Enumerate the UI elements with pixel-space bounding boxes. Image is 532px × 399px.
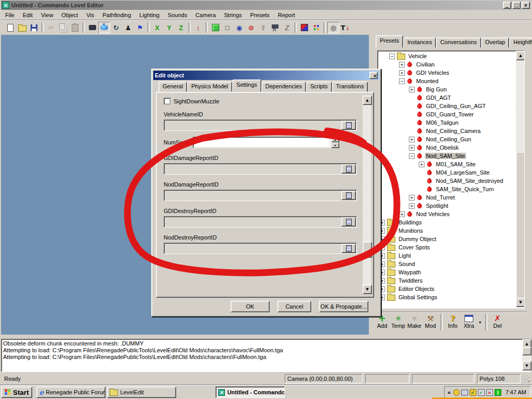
expand-toggle-icon[interactable]: + bbox=[409, 145, 415, 151]
dialog-scrollbar[interactable]: ▲ ▼ bbox=[363, 96, 371, 294]
browse-strings-button[interactable] bbox=[341, 191, 356, 200]
object-mode-button[interactable] bbox=[98, 22, 110, 33]
panel-tab-instances[interactable]: Instances bbox=[403, 37, 436, 48]
tree-item-label[interactable]: Nod_Ceiling_Camera bbox=[425, 128, 482, 134]
task-renegade-public-forums[interactable]: eRenegade Public Forums... bbox=[36, 387, 105, 398]
dialog-tab-general[interactable]: General bbox=[158, 82, 187, 92]
tree-item[interactable]: +Munitions bbox=[378, 227, 515, 235]
axis-z-button[interactable]: Z bbox=[175, 22, 187, 33]
waypoint-flag-button[interactable]: ⚑ bbox=[134, 22, 146, 33]
expand-toggle-icon[interactable]: + bbox=[419, 162, 424, 167]
visibility-preview-button[interactable]: ◎ bbox=[327, 22, 339, 33]
resize-grip[interactable] bbox=[523, 375, 530, 382]
tree-item[interactable]: +Light bbox=[378, 251, 515, 260]
wire-cube-button[interactable]: □ bbox=[221, 22, 233, 33]
menu-vis[interactable]: Vis bbox=[82, 11, 98, 19]
z-clip-button[interactable]: Z bbox=[281, 22, 293, 33]
spin-down-icon[interactable]: ▾ bbox=[331, 142, 339, 148]
expand-toggle-icon[interactable]: + bbox=[409, 195, 415, 201]
task-untitled-commando[interactable]: ×Untitled - Commando ... bbox=[216, 387, 285, 398]
tree-item-label[interactable]: Nod_SAM_Site bbox=[425, 153, 466, 159]
tree-item-label[interactable]: SAM_Site_Quick_Turn bbox=[435, 186, 495, 192]
mod-button[interactable]: ⚒Mod bbox=[422, 314, 438, 329]
cancel-button[interactable]: Cancel bbox=[277, 301, 311, 312]
tree-item[interactable]: M06_Tailgun bbox=[378, 118, 515, 127]
tree-item[interactable]: +M01_SAM_Site bbox=[378, 160, 515, 168]
tree-item[interactable]: +Civilian bbox=[378, 60, 515, 69]
scroll-down-icon[interactable]: ▼ bbox=[516, 298, 525, 307]
hide-eye-button[interactable]: ⊘ bbox=[245, 22, 257, 33]
dialog-close-button[interactable]: × bbox=[369, 72, 378, 79]
tree-item-label[interactable]: Cover Spots bbox=[397, 244, 431, 250]
tray-chevron-icon[interactable]: « bbox=[448, 389, 451, 395]
tree-item[interactable]: Nod_Ceiling_Camera bbox=[378, 127, 515, 135]
tree-item-label[interactable]: GDI Vehicles bbox=[415, 70, 450, 76]
minimize-button[interactable]: _ bbox=[503, 2, 511, 9]
axis-y-button[interactable]: Y bbox=[163, 22, 175, 33]
scroll-down-icon[interactable]: ▼ bbox=[363, 285, 372, 294]
start-button[interactable]: Start bbox=[1, 387, 32, 398]
menu-presets[interactable]: Presets bbox=[246, 11, 274, 19]
tree-item[interactable]: +Cover Spots bbox=[378, 243, 515, 251]
tree-item[interactable]: −Nod_SAM_Site bbox=[378, 152, 515, 160]
expand-toggle-icon[interactable]: − bbox=[409, 153, 415, 159]
expand-toggle-icon[interactable]: − bbox=[389, 54, 395, 59]
xtra-button[interactable]: Xtra bbox=[461, 314, 477, 329]
remote-camera-button[interactable] bbox=[269, 22, 281, 33]
browse-strings-button[interactable] bbox=[341, 121, 356, 130]
numseats-spinner[interactable]: ▴▾ bbox=[331, 137, 339, 148]
tree-item[interactable]: +Sound bbox=[378, 260, 515, 268]
expand-toggle-icon[interactable]: + bbox=[409, 87, 415, 92]
scroll-down-icon[interactable]: ▼ bbox=[522, 361, 531, 370]
tree-item[interactable]: +Buildings bbox=[378, 218, 515, 227]
raise-object-button[interactable]: ⇧ bbox=[257, 22, 269, 33]
tree-item[interactable]: +GDI Vehicles bbox=[378, 69, 515, 77]
tree-item[interactable]: +Twiddlers bbox=[378, 276, 515, 285]
tree-item[interactable]: Nod_SAM_Site_destroyed bbox=[378, 177, 515, 185]
log-scrollbar[interactable]: ▲ ▼ bbox=[522, 339, 530, 370]
update-shield-icon[interactable]: ✔ bbox=[470, 389, 476, 396]
tree-item[interactable]: +Global Settings bbox=[378, 293, 515, 301]
tree-item-label[interactable]: GDI_AGT bbox=[425, 95, 452, 101]
volume-icon[interactable] bbox=[461, 390, 468, 395]
panel-tab-presets[interactable]: Presets bbox=[376, 35, 403, 48]
tree-item-label[interactable]: Global Settings bbox=[397, 294, 438, 300]
vertical-move-button[interactable]: ↕ bbox=[192, 22, 204, 33]
panel-tab-conversations[interactable]: Conversations bbox=[436, 37, 481, 48]
expand-toggle-icon[interactable]: + bbox=[399, 70, 405, 76]
tree-item[interactable]: +Waypath bbox=[378, 268, 515, 276]
tree-item-label[interactable]: Big Gun bbox=[425, 86, 448, 92]
tree-item-label[interactable]: M04_LargeSam_Site bbox=[435, 169, 490, 176]
ok-button[interactable]: OK bbox=[231, 301, 270, 312]
wireless-signal-icon[interactable]: ) bbox=[495, 389, 501, 396]
dialog-tab-transitions[interactable]: Transitions bbox=[332, 82, 368, 92]
network-globe-icon[interactable] bbox=[453, 389, 460, 396]
user-offline-icon[interactable]: × bbox=[486, 389, 493, 396]
solid-cube-button[interactable] bbox=[209, 22, 221, 33]
tree-item[interactable]: +Nod Vehicles bbox=[378, 210, 515, 218]
numseats-input[interactable] bbox=[193, 137, 331, 148]
menu-file[interactable]: File bbox=[1, 11, 19, 19]
tree-item[interactable]: GDI_Ceiling_Gun_AGT bbox=[378, 102, 515, 110]
panel-tab-overlap[interactable]: Overlap bbox=[481, 37, 510, 48]
menu-view[interactable]: View bbox=[37, 11, 58, 19]
log-splitter[interactable] bbox=[0, 335, 532, 339]
tree-item-label[interactable]: Munitions bbox=[397, 228, 424, 234]
tree-item-label[interactable]: Vehicle bbox=[407, 53, 428, 59]
dialog-tab-settings[interactable]: Settings bbox=[232, 79, 261, 92]
menu-lighting[interactable]: Lighting bbox=[135, 11, 164, 19]
info-button[interactable]: ?Info bbox=[445, 314, 461, 329]
save-file-button[interactable] bbox=[28, 22, 40, 33]
color-dots-button[interactable] bbox=[310, 22, 322, 33]
tree-item-label[interactable]: Nod Vehicles bbox=[415, 211, 450, 217]
tree-item[interactable]: −Vehicle bbox=[378, 52, 515, 60]
spin-up-icon[interactable]: ▴ bbox=[331, 137, 339, 142]
task-leveledit[interactable]: LevelEdit bbox=[107, 387, 176, 398]
menu-report[interactable]: Report bbox=[274, 11, 299, 19]
browse-strings-button[interactable] bbox=[341, 217, 356, 227]
color-cube-button[interactable] bbox=[298, 22, 310, 33]
show-eye-button[interactable]: ◉ bbox=[233, 22, 245, 33]
dialog-tab-physics-model[interactable]: Physics Model bbox=[187, 82, 232, 92]
tree-item-label[interactable]: GDI_Guard_Tower bbox=[425, 111, 475, 117]
dialog-tab-dependencies[interactable]: Dependencies bbox=[261, 82, 306, 92]
